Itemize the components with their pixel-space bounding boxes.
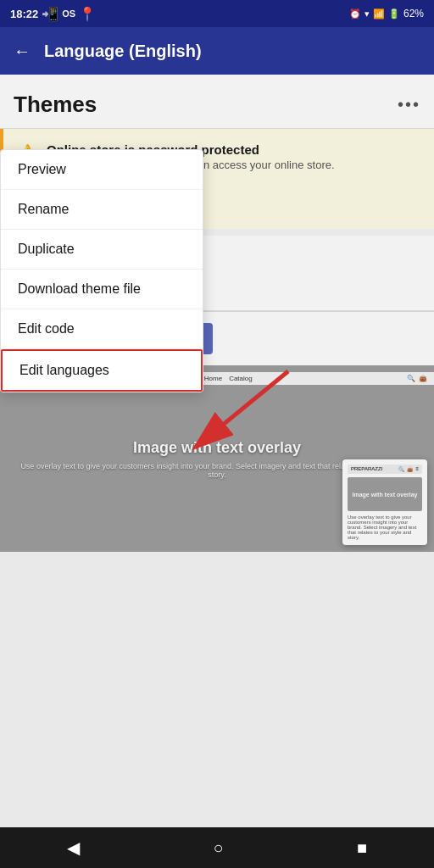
status-time: 18:22 [10, 8, 38, 20]
dropdown-item-download[interactable]: Download theme file [1, 270, 203, 309]
bottom-nav: ◀ ○ ■ [0, 827, 434, 868]
back-nav-button[interactable]: ◀ [47, 831, 100, 865]
alarm-icon: ⏰ [349, 8, 361, 19]
battery-icon: 🔋 [388, 8, 400, 19]
dropdown-item-edit-languages[interactable]: Edit languages [1, 349, 203, 392]
dropdown-item-edit-code[interactable]: Edit code [1, 309, 203, 349]
status-bar: 18:22 📲 OS 📍 ⏰ ▾ 📶 🔋 62% [0, 0, 434, 27]
signal-icon: 📶 [373, 8, 385, 19]
wifi-icon: ▾ [364, 8, 370, 19]
dropdown-menu: Preview Rename Duplicate Download theme … [0, 149, 203, 392]
status-icon-location: 📍 [79, 6, 96, 22]
dropdown-item-duplicate[interactable]: Duplicate [1, 230, 203, 270]
nav-title: Language (English) [44, 42, 202, 61]
battery-level: 62% [403, 8, 424, 19]
back-button[interactable]: ← [14, 42, 31, 61]
status-icon-os: OS [62, 8, 75, 19]
top-nav: ← Language (English) [0, 27, 434, 75]
dropdown-item-preview[interactable]: Preview [1, 150, 203, 190]
recents-nav-button[interactable]: ■ [337, 832, 387, 865]
status-right-icons: ⏰ ▾ 📶 🔋 62% [349, 8, 424, 19]
home-nav-button[interactable]: ○ [192, 832, 243, 865]
main-content: Themes ••• ⚠️ Online store is password p… [0, 75, 434, 827]
dropdown-item-rename[interactable]: Rename [1, 190, 203, 230]
status-icon-phone: 📲 [42, 6, 58, 22]
status-left: 18:22 📲 OS 📍 [10, 6, 96, 22]
